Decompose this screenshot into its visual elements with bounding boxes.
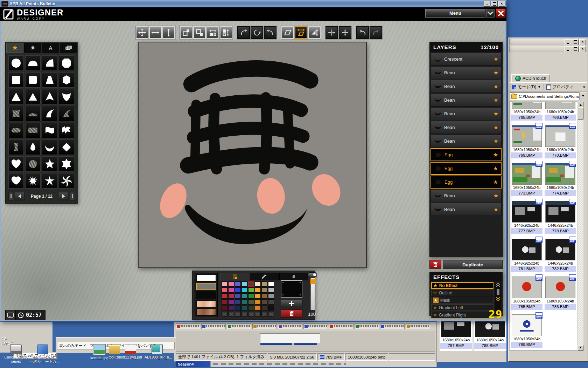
layer-row-bean[interactable]: Bean★: [430, 66, 502, 79]
skew-horizontal-button[interactable]: [295, 26, 307, 39]
shape-dome-low[interactable]: [25, 106, 41, 121]
filmstrip-item[interactable]: [176, 323, 200, 329]
designer-close-button[interactable]: [496, 8, 506, 18]
star-icon[interactable]: ★: [493, 165, 498, 172]
minimize-icon[interactable]: [565, 46, 571, 52]
minimize-icon[interactable]: [484, 1, 490, 7]
star-icon[interactable]: ★: [493, 179, 498, 185]
scale-down-button[interactable]: [193, 26, 206, 39]
shape-hourglass[interactable]: [8, 139, 24, 155]
color-cell-4-0[interactable]: [222, 305, 227, 311]
tab-shapes[interactable]: ★: [6, 43, 23, 53]
color-cell-0-4[interactable]: [248, 281, 254, 287]
file-770.BMP[interactable]: 1680x1050x24b770.BMPBMP: [544, 124, 577, 161]
color-cell-0-6[interactable]: [261, 281, 267, 287]
preset-swatch-0[interactable]: [196, 274, 216, 282]
color-cell-0-7[interactable]: [268, 281, 274, 287]
close-icon[interactable]: ×: [498, 1, 505, 7]
minimize-icon[interactable]: [565, 39, 571, 45]
window-titlebar[interactable]: APB APB All Points Bulletin ×: [0, 0, 506, 7]
shape-rounded-square[interactable]: [25, 72, 41, 88]
filmstrip-item[interactable]: [201, 323, 226, 329]
maximize-icon[interactable]: [491, 1, 498, 7]
shape-star-5[interactable]: [42, 156, 57, 172]
star-icon[interactable]: ★: [493, 97, 498, 103]
shape-blob[interactable]: [25, 156, 41, 172]
color-cell-1-2[interactable]: [235, 287, 241, 293]
mode-button[interactable]: モード(D) ▼: [511, 84, 542, 90]
shape-hexagon[interactable]: [59, 72, 74, 88]
star-icon[interactable]: ★: [493, 83, 498, 90]
scroll-thumb[interactable]: [578, 108, 583, 120]
color-cell-1-7[interactable]: [268, 287, 274, 293]
address-dropdown-button[interactable]: [580, 93, 586, 100]
shape-bent-triangle[interactable]: [59, 106, 74, 121]
shape-heart[interactable]: [8, 156, 24, 172]
color-cell-0-2[interactable]: [235, 281, 241, 287]
color-cell-4-1[interactable]: [228, 305, 234, 311]
shape-burst-10[interactable]: [25, 173, 41, 189]
tab-text[interactable]: A: [42, 43, 59, 53]
star-icon[interactable]: ★: [493, 151, 498, 158]
redo-button[interactable]: [370, 26, 382, 39]
opacity-toggle[interactable]: [308, 272, 317, 277]
filmstrip-item[interactable]: [406, 323, 430, 329]
star-icon[interactable]: ★: [493, 110, 498, 117]
file-778.BMP[interactable]: 1446x925x24b778.BMPBMP: [544, 200, 577, 237]
color-cell-3-7[interactable]: [268, 299, 274, 305]
menu-chevron-button[interactable]: [486, 9, 495, 18]
background-titlebar-1[interactable]: ×: [509, 39, 587, 45]
shape-triangle[interactable]: [8, 89, 24, 104]
last-page-button[interactable]: [70, 192, 75, 200]
filmstrip-item[interactable]: [303, 323, 328, 329]
chat-button[interactable]: [6, 310, 16, 320]
file-766.BMP[interactable]: 1680x1050x24b766.BMPBMP: [544, 102, 577, 123]
star-icon[interactable]: ★: [493, 124, 498, 131]
color-cell-3-1[interactable]: [228, 299, 234, 305]
shape-flag-wave[interactable]: [42, 123, 57, 138]
filmstrip-item[interactable]: [252, 323, 277, 329]
star-icon[interactable]: ★: [493, 56, 498, 62]
color-cell-5-2[interactable]: [235, 311, 241, 316]
shape-rounded-rect[interactable]: [25, 123, 41, 138]
desktop-icon-canon-mp640[interactable]: Canon MP640series: [4, 345, 29, 363]
menu-button[interactable]: Menu: [425, 9, 485, 18]
shape-fin[interactable]: [42, 106, 57, 121]
star-icon[interactable]: ★: [493, 138, 498, 144]
color-cell-5-4[interactable]: [248, 311, 254, 316]
color-cell-2-7[interactable]: [268, 293, 274, 299]
shape-crescent[interactable]: [42, 139, 57, 155]
close-icon[interactable]: ×: [579, 46, 586, 52]
file-789.BMP[interactable]: 1680x1050x24b789.BMPBMP: [510, 314, 543, 350]
shape-dome[interactable]: [25, 55, 41, 71]
filmstrip-item[interactable]: [355, 323, 379, 329]
color-cell-4-4[interactable]: [248, 305, 254, 311]
color-cell-2-0[interactable]: [222, 293, 227, 299]
color-cell-3-3[interactable]: [241, 299, 247, 305]
color-cell-1-6[interactable]: [261, 287, 267, 293]
shape-star-6[interactable]: [59, 156, 74, 172]
color-cell-1-3[interactable]: [241, 287, 247, 293]
palette-tab[interactable]: [220, 273, 249, 280]
delete-color-button[interactable]: [281, 309, 302, 318]
color-cell-4-5[interactable]: [255, 305, 261, 311]
color-cell-1-4[interactable]: [248, 287, 254, 293]
add-color-button[interactable]: [281, 300, 302, 307]
filmstrip-item[interactable]: [227, 323, 251, 329]
color-cell-3-2[interactable]: [235, 299, 241, 305]
distribute-horizontal-button[interactable]: [326, 26, 338, 39]
layer-row-crescent[interactable]: Crescent★: [430, 53, 502, 66]
move-button[interactable]: [136, 26, 148, 39]
shape-triangle-2[interactable]: [25, 89, 41, 104]
shape-teardrop[interactable]: [25, 139, 41, 155]
rotate-ccw-button[interactable]: [237, 26, 250, 39]
color-cell-0-3[interactable]: [241, 281, 247, 287]
layer-row-bean[interactable]: Bean★: [430, 121, 502, 134]
season4-titlebar[interactable]: Season4: [176, 361, 210, 367]
file-774.BMP[interactable]: 1680x1050x24b774.BMPBMP: [544, 162, 577, 199]
filmstrip-item[interactable]: [329, 323, 354, 329]
file-777.BMP[interactable]: 1446x925x24b777.BMPBMP: [510, 200, 543, 237]
star-icon[interactable]: ★: [493, 192, 498, 199]
shape-square[interactable]: [8, 72, 24, 88]
prev-page-button[interactable]: [15, 192, 24, 200]
